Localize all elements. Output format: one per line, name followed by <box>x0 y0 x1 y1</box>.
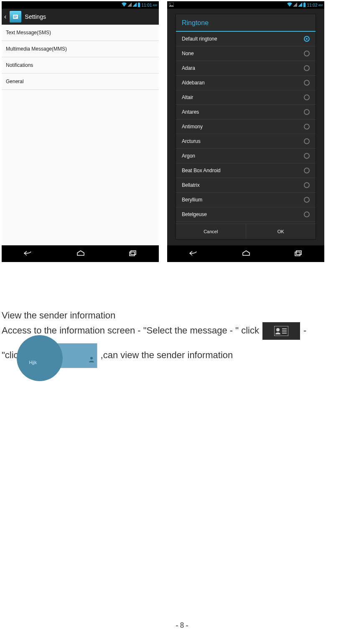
svg-point-9 <box>170 3 171 4</box>
ok-button[interactable]: OK <box>246 224 316 239</box>
dialog-buttons: Cancel OK <box>176 224 316 239</box>
ringtone-label: Altair <box>182 94 193 100</box>
svg-rect-10 <box>303 3 305 7</box>
radio-icon[interactable] <box>304 168 310 173</box>
home-nav-icon[interactable] <box>76 250 85 257</box>
status-bar: 11:01 AM <box>2 1 159 9</box>
ringtone-label: Default ringtone <box>182 36 217 42</box>
screenshot-settings: 11:01 AM ‹ Settings Text Message(SMS) Mu… <box>2 1 159 262</box>
ringtone-dialog: Ringtone Default ringtoneNoneAdaraAldeba… <box>176 14 316 239</box>
wifi-icon <box>122 3 127 8</box>
radio-icon[interactable] <box>304 94 310 100</box>
ringtone-item[interactable]: None <box>176 46 316 61</box>
nav-bar <box>167 245 324 262</box>
instructions-line2b: ,can view the sender information <box>101 349 233 362</box>
ringtone-label: Antares <box>182 109 199 115</box>
signal-icon-2 <box>298 3 302 8</box>
signal-icon <box>293 3 297 8</box>
settings-list: Text Message(SMS) Multimedia Message(MMS… <box>2 25 159 245</box>
person-icon <box>89 353 94 366</box>
settings-item-mms[interactable]: Multimedia Message(MMS) <box>2 41 159 57</box>
radio-icon[interactable] <box>304 51 310 56</box>
radio-icon[interactable] <box>304 65 310 71</box>
status-time: 11:02 <box>307 3 317 8</box>
svg-point-19 <box>90 357 93 359</box>
battery-icon <box>303 3 306 8</box>
ringtone-label: Antimony <box>182 124 203 130</box>
ringtone-item[interactable]: Bellatrix <box>176 178 316 193</box>
back-icon[interactable]: ‹ <box>4 13 6 20</box>
recent-nav-icon[interactable] <box>129 250 137 257</box>
radio-icon[interactable] <box>304 109 310 115</box>
instructions-line1b: - <box>303 324 306 337</box>
dialog-title: Ringtone <box>176 14 316 32</box>
nav-bar <box>2 245 159 262</box>
contact-tile[interactable]: Hjjk <box>26 343 97 368</box>
ringtone-item[interactable]: Aldebaran <box>176 76 316 90</box>
ringtone-item[interactable]: Arcturus <box>176 134 316 149</box>
contact-card-icon[interactable] <box>262 322 300 340</box>
status-time-suffix: AM <box>153 4 158 7</box>
svg-rect-0 <box>138 3 140 7</box>
svg-rect-11 <box>304 3 305 3</box>
screenshot-ringtone: 11:02 AM Ringtone Default ringtoneNoneAd… <box>167 1 324 262</box>
cancel-button[interactable]: Cancel <box>176 224 246 239</box>
ringtone-item[interactable]: Antares <box>176 105 316 120</box>
ringtone-label: Argon <box>182 153 195 159</box>
messaging-app-icon[interactable] <box>10 11 21 23</box>
radio-icon[interactable] <box>304 36 310 42</box>
settings-item-general[interactable]: General <box>2 74 159 90</box>
status-time-suffix: AM <box>318 4 323 7</box>
wifi-icon <box>287 3 292 8</box>
radio-icon[interactable] <box>304 80 310 86</box>
ringtone-label: Beat Box Android <box>182 168 221 173</box>
recent-nav-icon[interactable] <box>294 250 303 257</box>
ringtone-item[interactable]: Default ringtone <box>176 32 316 46</box>
page-number: - 8 - <box>0 621 364 630</box>
ringtone-label: Betelgeuse <box>182 211 207 217</box>
radio-icon[interactable] <box>304 182 310 188</box>
action-bar-title: Settings <box>25 13 46 20</box>
contact-tile-name: Hjjk <box>29 359 37 366</box>
ringtone-item[interactable]: Beat Box Android <box>176 163 316 178</box>
ringtone-label: Beryllium <box>182 197 202 203</box>
ringtone-label: Arcturus <box>182 138 201 144</box>
ringtone-label: Bellatrix <box>182 182 200 188</box>
svg-rect-6 <box>130 252 135 256</box>
status-bar: 11:02 AM <box>167 1 324 9</box>
instructions-heading: View the sender information <box>2 309 356 322</box>
radio-icon[interactable] <box>304 124 310 130</box>
ringtone-item[interactable]: Betelgeuse <box>176 207 316 222</box>
ringtone-item[interactable]: Beryllium <box>176 193 316 207</box>
radio-icon[interactable] <box>304 153 310 159</box>
settings-item-sms[interactable]: Text Message(SMS) <box>2 25 159 41</box>
radio-icon[interactable] <box>304 138 310 144</box>
signal-icon <box>127 3 132 8</box>
svg-rect-13 <box>296 251 301 255</box>
ringtone-label: Adara <box>182 65 195 71</box>
ringtone-item[interactable]: Argon <box>176 149 316 163</box>
back-nav-icon[interactable] <box>189 250 198 257</box>
radio-icon[interactable] <box>304 197 310 203</box>
svg-rect-12 <box>295 252 300 256</box>
ringtone-list[interactable]: Default ringtoneNoneAdaraAldebaranAltair… <box>176 32 316 224</box>
gallery-notif-icon <box>169 3 174 8</box>
battery-icon <box>137 3 140 8</box>
ringtone-label: None <box>182 51 194 56</box>
home-nav-icon[interactable] <box>242 250 250 257</box>
ringtone-item[interactable]: Altair <box>176 90 316 105</box>
ringtone-item[interactable]: Antimony <box>176 120 316 134</box>
back-nav-icon[interactable] <box>23 250 33 257</box>
ringtone-item[interactable]: Adara <box>176 61 316 76</box>
radio-icon[interactable] <box>304 211 310 217</box>
action-bar: ‹ Settings <box>2 9 159 25</box>
svg-rect-7 <box>131 251 136 255</box>
svg-point-15 <box>276 328 280 331</box>
signal-icon-2 <box>132 3 137 8</box>
status-time: 11:01 <box>141 3 152 8</box>
ringtone-label: Aldebaran <box>182 80 205 86</box>
instructions-text: View the sender information Access to th… <box>2 309 356 368</box>
settings-item-notifications[interactable]: Notifications <box>2 57 159 74</box>
svg-rect-1 <box>138 3 140 3</box>
